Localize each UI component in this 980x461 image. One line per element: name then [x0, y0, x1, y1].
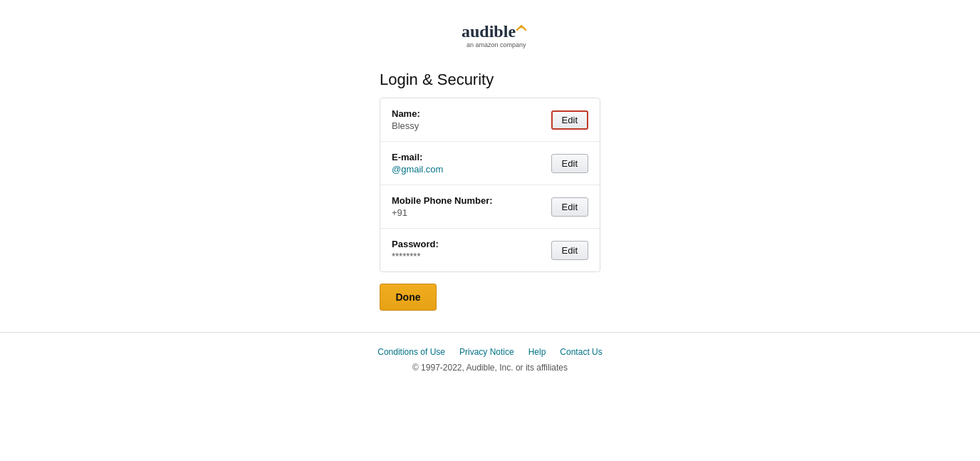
email-info: E-mail: @gmail.com — [392, 152, 443, 175]
help-link[interactable]: Help — [528, 347, 546, 357]
phone-edit-button[interactable]: Edit — [551, 197, 588, 217]
email-row: E-mail: @gmail.com Edit — [380, 142, 600, 185]
email-edit-button[interactable]: Edit — [551, 154, 588, 173]
footer-links: Conditions of Use Privacy Notice Help Co… — [377, 347, 602, 357]
footer: Conditions of Use Privacy Notice Help Co… — [377, 333, 602, 384]
privacy-notice-link[interactable]: Privacy Notice — [459, 347, 514, 357]
email-label: E-mail: — [392, 152, 443, 162]
password-label: Password: — [392, 239, 439, 249]
done-button[interactable]: Done — [380, 284, 437, 311]
contact-us-link[interactable]: Contact Us — [560, 347, 602, 357]
svg-text:audible: audible — [462, 22, 516, 41]
phone-value: +91 — [392, 207, 493, 218]
page-title: Login & Security — [380, 71, 600, 89]
phone-info: Mobile Phone Number: +91 — [392, 195, 493, 218]
security-box: Name: Blessy Edit E-mail: @gmail.com Edi… — [380, 98, 600, 272]
password-value: ******** — [392, 251, 439, 261]
name-info: Name: Blessy — [392, 108, 420, 131]
password-row: Password: ******** Edit — [380, 229, 600, 271]
name-row: Name: Blessy Edit — [380, 98, 600, 142]
svg-text:an amazon company: an amazon company — [466, 41, 526, 48]
email-value: @gmail.com — [392, 164, 443, 175]
name-label: Name: — [392, 108, 420, 119]
name-value: Blessy — [392, 120, 420, 131]
phone-row: Mobile Phone Number: +91 Edit — [380, 185, 600, 229]
copyright-text: © 1997-2022, Audible, Inc. or its affili… — [377, 363, 602, 373]
logo: audible an amazon company — [447, 14, 533, 53]
name-edit-button[interactable]: Edit — [551, 110, 588, 130]
password-edit-button[interactable]: Edit — [551, 241, 588, 260]
phone-label: Mobile Phone Number: — [392, 195, 493, 206]
password-info: Password: ******** — [392, 239, 439, 261]
conditions-of-use-link[interactable]: Conditions of Use — [377, 347, 445, 357]
